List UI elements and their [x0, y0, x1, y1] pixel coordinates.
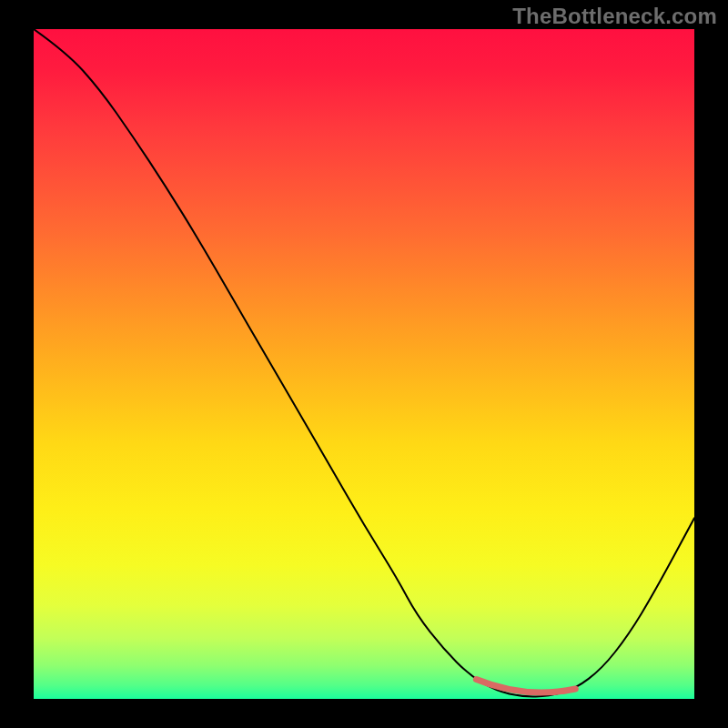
bottleneck-curve-line	[34, 29, 694, 696]
curve-svg	[34, 29, 694, 699]
watermark-text: TheBottleneck.com	[512, 4, 717, 29]
optimal-range-marker	[476, 680, 575, 693]
chart-frame: TheBottleneck.com	[0, 0, 728, 728]
plot-area	[34, 29, 694, 699]
